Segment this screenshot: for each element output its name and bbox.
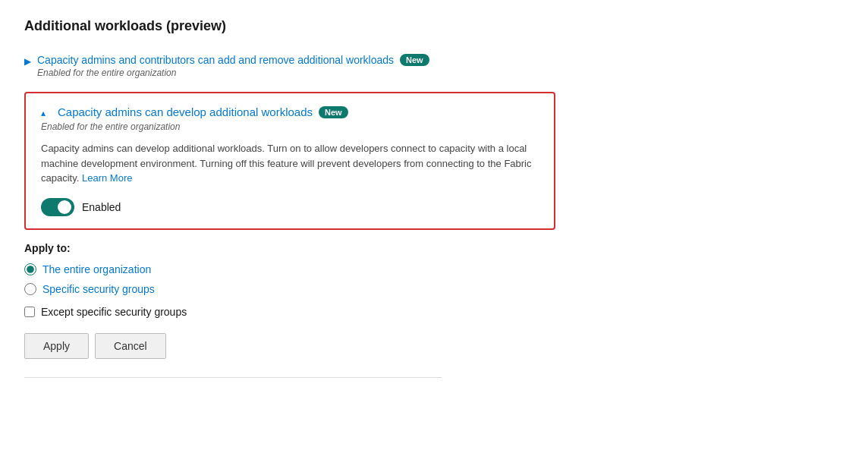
radio-specific-groups[interactable]: Specific security groups — [24, 283, 844, 295]
expanded-new-badge: New — [319, 106, 348, 118]
collapsed-new-badge: New — [400, 54, 429, 66]
apply-to-section: Apply to: The entire organization Specif… — [24, 242, 844, 318]
radio-group: The entire organization Specific securit… — [24, 263, 844, 295]
except-checkbox-input[interactable] — [24, 307, 35, 317]
collapsed-workload-title: Capacity admins and contributors can add… — [37, 54, 394, 66]
radio-entire-org-label: The entire organization — [42, 263, 151, 275]
page-title: Additional workloads (preview) — [24, 18, 844, 34]
expanded-workload-subtitle: Enabled for the entire organization — [41, 121, 539, 132]
except-checkbox-label: Except specific security groups — [41, 306, 187, 318]
cancel-button[interactable]: Cancel — [95, 333, 166, 359]
toggle-row: Enabled — [41, 198, 539, 216]
collapsed-workload-info: Capacity admins and contributors can add… — [37, 54, 429, 78]
apply-button[interactable]: Apply — [24, 333, 89, 359]
collapsed-workload-item[interactable]: ▶ Capacity admins and contributors can a… — [24, 49, 844, 86]
chevron-down-icon: ▴ — [41, 108, 46, 118]
collapsed-title-row: Capacity admins and contributors can add… — [37, 54, 429, 66]
learn-more-link[interactable]: Learn More — [82, 172, 132, 184]
toggle-label: Enabled — [82, 201, 121, 213]
radio-entire-org[interactable]: The entire organization — [24, 263, 844, 275]
section-divider — [24, 377, 442, 378]
toggle-thumb — [58, 200, 71, 214]
enabled-toggle[interactable] — [41, 198, 74, 216]
except-checkbox-item[interactable]: Except specific security groups — [24, 306, 844, 318]
radio-specific-groups-label: Specific security groups — [42, 283, 155, 295]
toggle-track — [41, 198, 74, 216]
radio-specific-groups-input[interactable] — [24, 283, 36, 295]
radio-entire-org-input[interactable] — [24, 263, 36, 275]
apply-to-label: Apply to: — [24, 242, 844, 254]
collapsed-workload-subtitle: Enabled for the entire organization — [37, 68, 429, 78]
expanded-title-row: ▴ Capacity admins can develop additional… — [41, 105, 539, 118]
expanded-workload-title: Capacity admins can develop additional w… — [58, 105, 313, 118]
button-row: Apply Cancel — [24, 333, 844, 359]
workload-description: Capacity admins can develop additional w… — [41, 141, 539, 186]
expanded-workload-panel: ▴ Capacity admins can develop additional… — [24, 92, 555, 230]
chevron-right-icon: ▶ — [24, 56, 31, 67]
